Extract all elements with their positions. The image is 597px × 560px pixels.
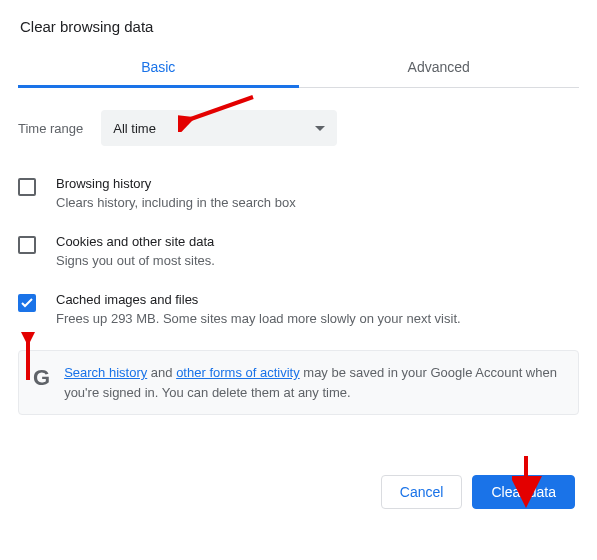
option-text: Cached images and files Frees up 293 MB.…	[56, 292, 461, 326]
dialog-buttons: Cancel Clear data	[18, 475, 579, 509]
check-icon	[21, 298, 33, 308]
notice-text: Search history and other forms of activi…	[64, 363, 564, 402]
option-cookies: Cookies and other site data Signs you ou…	[18, 234, 579, 268]
chevron-down-icon	[315, 126, 325, 131]
checkbox-browsing-history[interactable]	[18, 178, 36, 196]
clear-data-button[interactable]: Clear data	[472, 475, 575, 509]
tab-advanced[interactable]: Advanced	[299, 49, 580, 87]
checkbox-cached[interactable]	[18, 294, 36, 312]
option-cached: Cached images and files Frees up 293 MB.…	[18, 292, 579, 326]
cancel-button[interactable]: Cancel	[381, 475, 463, 509]
option-browsing-history: Browsing history Clears history, includi…	[18, 176, 579, 210]
timerange-label: Time range	[18, 121, 83, 136]
link-search-history[interactable]: Search history	[64, 365, 147, 380]
timerange-select[interactable]: All time	[101, 110, 337, 146]
option-text: Cookies and other site data Signs you ou…	[56, 234, 215, 268]
tab-basic[interactable]: Basic	[18, 49, 299, 87]
signed-in-notice: G Search history and other forms of acti…	[18, 350, 579, 415]
clear-browsing-data-dialog: Clear browsing data Basic Advanced Time …	[0, 0, 597, 527]
dialog-title: Clear browsing data	[18, 18, 579, 35]
tab-bar: Basic Advanced	[18, 49, 579, 88]
google-logo-icon: G	[33, 367, 50, 389]
option-name: Cached images and files	[56, 292, 461, 307]
option-desc: Clears history, including in the search …	[56, 195, 296, 210]
option-text: Browsing history Clears history, includi…	[56, 176, 296, 210]
link-other-activity[interactable]: other forms of activity	[176, 365, 300, 380]
notice-text-part: and	[147, 365, 176, 380]
option-name: Browsing history	[56, 176, 296, 191]
checkbox-cookies[interactable]	[18, 236, 36, 254]
option-desc: Signs you out of most sites.	[56, 253, 215, 268]
options-list: Browsing history Clears history, includi…	[18, 176, 579, 326]
option-desc: Frees up 293 MB. Some sites may load mor…	[56, 311, 461, 326]
option-name: Cookies and other site data	[56, 234, 215, 249]
timerange-value: All time	[113, 121, 156, 136]
timerange-row: Time range All time	[18, 110, 579, 146]
